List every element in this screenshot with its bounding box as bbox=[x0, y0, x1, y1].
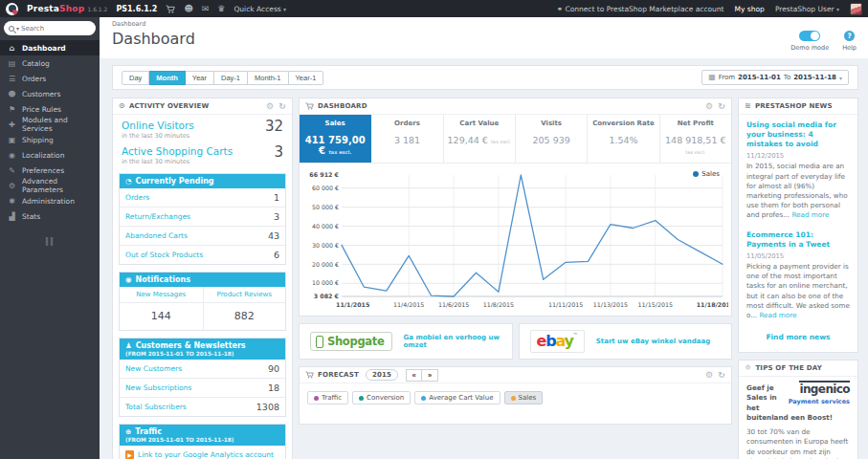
help-icon[interactable]: ? bbox=[844, 31, 855, 41]
find-more-news-link[interactable]: Find more news bbox=[739, 324, 857, 352]
orders-icon: ☰ bbox=[8, 75, 16, 83]
range-day-button[interactable]: Day bbox=[122, 71, 149, 85]
marketplace-connect-link[interactable]: ⚭ Connect to PrestaShop Marketplace acco… bbox=[557, 5, 724, 13]
kpi-conversion-rate[interactable]: Conversion Rate 1.54% bbox=[588, 115, 659, 163]
avatar[interactable] bbox=[850, 3, 862, 15]
advanced-parameters-icon: ⚙ bbox=[8, 182, 16, 190]
forecast-legend-conversion[interactable]: Conversion bbox=[352, 391, 411, 404]
pending-orders-row[interactable]: Orders1 bbox=[120, 188, 285, 207]
news-article-link[interactable]: Ecommerce 101: Payments in a Tweet bbox=[746, 230, 850, 250]
chevron-down-icon: ▾ bbox=[836, 6, 839, 12]
new-subscriptions-row[interactable]: New Subscriptions18 bbox=[120, 378, 285, 397]
total-subscribers-row[interactable]: Total Subscribers1308 bbox=[120, 397, 285, 416]
main-content: Dashboard Dashboard Demo mode ? Help bbox=[100, 17, 868, 459]
dashboard-panel: DASHBOARD ⚙ ↻ Sales 411 759,00 € tax exc… bbox=[299, 98, 732, 317]
trophy-icon[interactable]: ♛ bbox=[217, 5, 225, 13]
my-shop-link[interactable]: My shop bbox=[735, 5, 765, 13]
refresh-icon[interactable]: ↻ bbox=[278, 102, 286, 111]
sidebar-item-modules[interactable]: ✚Modules and Services bbox=[0, 117, 100, 132]
forecast-legend-traffic[interactable]: Traffic bbox=[307, 391, 348, 404]
search-input[interactable] bbox=[21, 25, 75, 33]
gear-icon[interactable]: ⚙ bbox=[705, 371, 713, 380]
sidebar-item-shipping[interactable]: ▣Shipping bbox=[0, 132, 100, 147]
sidebar-item-stats[interactable]: ▟Stats bbox=[0, 208, 100, 224]
sidebar-item-customers[interactable]: ☻Customers bbox=[0, 86, 100, 101]
sidebar-item-catalog[interactable]: ▤Catalog bbox=[0, 55, 100, 71]
product-reviews-value: 882 bbox=[203, 303, 286, 330]
online-visitors-value: 32 bbox=[265, 118, 283, 135]
refresh-icon[interactable]: ↻ bbox=[718, 102, 725, 111]
product-reviews-link[interactable]: Product Reviews bbox=[203, 287, 286, 303]
legend-dot-icon bbox=[359, 396, 364, 401]
ingenico-logo: ingenico Payment services bbox=[789, 383, 850, 406]
sidebar-collapse-button[interactable]: ‖‖ bbox=[0, 237, 100, 246]
range-button-group: Day Month Year Day-1 Month-1 Year-1 bbox=[122, 71, 323, 85]
news-article: Using social media for your business: 4 … bbox=[739, 115, 857, 225]
new-customers-row[interactable]: New Customers90 bbox=[120, 360, 285, 378]
quick-access-menu[interactable]: Quick Access ▾ bbox=[234, 5, 286, 13]
new-messages-link[interactable]: New Messages bbox=[120, 287, 203, 303]
pending-returns-row[interactable]: Return/Exchanges3 bbox=[120, 207, 285, 226]
online-visitors-link[interactable]: Online Visitors bbox=[122, 120, 283, 131]
range-month-button[interactable]: Month bbox=[149, 71, 186, 85]
chart-legend-sales[interactable]: Sales bbox=[693, 170, 720, 178]
breadcrumb[interactable]: Dashboard bbox=[112, 20, 857, 28]
sidebar-item-localization[interactable]: ◉Localization bbox=[0, 147, 100, 163]
read-more-link[interactable]: Read more bbox=[759, 311, 796, 319]
shipping-icon: ▣ bbox=[8, 136, 16, 144]
gear-icon[interactable]: ⚙ bbox=[266, 102, 274, 111]
sidebar-item-administration[interactable]: ✱Administration bbox=[0, 193, 100, 208]
news-article-link[interactable]: Using social media for your business: 4 … bbox=[746, 120, 850, 149]
date-from-value: 2015-11-01 bbox=[738, 74, 781, 81]
shopgate-banner[interactable]: Shopgate Ga mobiel en verhoog uw omzet bbox=[299, 323, 513, 360]
dashboard-icon: ⌂ bbox=[8, 44, 16, 53]
forecast-prev-button[interactable]: « bbox=[406, 369, 422, 382]
forecast-legend: Traffic Conversion Average Cart Value Sa… bbox=[300, 383, 731, 424]
out-of-stock-row[interactable]: Out of Stock Products6 bbox=[120, 245, 285, 264]
sidebar-search[interactable]: ▾ bbox=[4, 21, 96, 35]
user-menu[interactable]: PrestaShop User ▾ bbox=[775, 5, 839, 13]
cart-icon[interactable] bbox=[166, 5, 175, 13]
ebay-banner[interactable]: ebay™ Start uw eBay winkel vandaag bbox=[519, 323, 733, 360]
sidebar-item-dashboard[interactable]: ⌂Dashboard bbox=[0, 40, 100, 55]
forecast-legend-sales[interactable]: Sales bbox=[504, 391, 544, 404]
kpi-sales[interactable]: Sales 411 759,00 € tax excl. bbox=[300, 115, 371, 163]
kpi-visits[interactable]: Visits 205 939 bbox=[516, 115, 588, 163]
read-more-link[interactable]: Read more bbox=[791, 210, 829, 219]
sidebar-item-advanced-parameters[interactable]: ⚙Advanced Parameters bbox=[0, 178, 100, 193]
date-range-picker[interactable]: ▦ From 2015-11-01 To 2015-11-18 ▾ bbox=[701, 70, 849, 85]
partner-banners: Shopgate Ga mobiel en verhoog uw omzet e… bbox=[299, 323, 732, 360]
forecast-legend-average-cart-value[interactable]: Average Cart Value bbox=[414, 391, 500, 404]
google-analytics-link[interactable]: ▶ Link to your Google Analytics account bbox=[120, 446, 285, 459]
cart-icon bbox=[305, 102, 314, 110]
chevron-down-icon[interactable]: ▾ bbox=[16, 25, 19, 32]
gear-icon[interactable]: ⚙ bbox=[705, 102, 713, 111]
ebay-link[interactable]: Start uw eBay winkel vandaag bbox=[596, 338, 710, 345]
range-year-button[interactable]: Year bbox=[186, 71, 214, 85]
forecast-next-button[interactable]: » bbox=[422, 369, 438, 382]
kpi-cart-value[interactable]: Cart Value 129,44 € tax excl. bbox=[444, 115, 516, 163]
prestashop-logo[interactable] bbox=[6, 3, 18, 15]
date-toolbar: Day Month Year Day-1 Month-1 Year-1 ▦ Fr… bbox=[112, 65, 858, 90]
abandoned-carts-row[interactable]: Abandoned Carts43 bbox=[120, 226, 285, 245]
shopgate-link[interactable]: Ga mobiel en verhoog uw omzet bbox=[404, 334, 501, 349]
kpi-orders[interactable]: Orders 3 181 bbox=[371, 115, 443, 163]
kpi-net-profit[interactable]: Net Profit 148 918,51 € tax excl. bbox=[660, 115, 731, 163]
activity-overview-panel: ⊙ ACTIVITY OVERVIEW ⚙ ↻ 32 Online Visito… bbox=[112, 98, 293, 459]
active-carts-link[interactable]: Active Shopping Carts bbox=[122, 145, 283, 157]
demo-mode-toggle[interactable] bbox=[799, 31, 820, 41]
envelope-icon[interactable]: ✉ bbox=[202, 5, 210, 13]
range-month-1-button[interactable]: Month-1 bbox=[248, 71, 289, 85]
refresh-icon[interactable]: ↻ bbox=[718, 371, 725, 380]
cart-icon bbox=[305, 371, 314, 379]
sidebar-item-orders[interactable]: ☰Orders bbox=[0, 71, 100, 86]
catalog-icon: ▤ bbox=[8, 59, 16, 68]
user-icon[interactable]: ☻ bbox=[184, 5, 192, 13]
range-year-1-button[interactable]: Year-1 bbox=[289, 71, 324, 85]
active-carts-stat: 3 Active Shopping Carts in the last 30 m… bbox=[113, 141, 292, 166]
topbar: PrestaShop 1.6.1.2 PS1.6.1.2 ☻ ✉ ♛ Quick… bbox=[0, 0, 868, 17]
sidebar-item-preferences[interactable]: ✎Preferences bbox=[0, 163, 100, 178]
range-day-1-button[interactable]: Day-1 bbox=[214, 71, 248, 85]
sidebar-item-price-rules[interactable]: ⚑Price Rules bbox=[0, 101, 100, 117]
phone-icon bbox=[316, 336, 323, 348]
